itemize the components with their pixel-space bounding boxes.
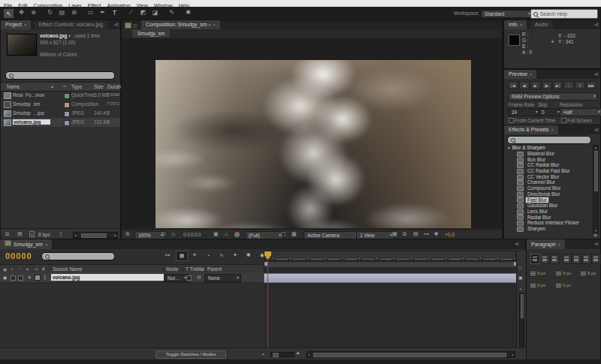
layer-eye-icon[interactable]: ◉ bbox=[3, 275, 7, 280]
footage-thumbnail[interactable] bbox=[7, 34, 37, 56]
timeline-search-input[interactable] bbox=[41, 252, 115, 260]
play-button[interactable]: ▶ bbox=[530, 81, 541, 89]
composition-viewer[interactable] bbox=[122, 38, 502, 228]
chevron-down-icon[interactable]: ▾ bbox=[209, 23, 211, 27]
effect-item[interactable]: Channel Blur bbox=[504, 179, 594, 185]
twirl-down-icon[interactable]: ▼ bbox=[507, 146, 511, 150]
project-search-input[interactable] bbox=[5, 71, 115, 80]
draft-3d-icon[interactable]: ✶ bbox=[189, 251, 200, 260]
layer-parent-dropdown[interactable]: None bbox=[204, 274, 241, 282]
frame-rate-dropdown[interactable]: 24 bbox=[508, 108, 540, 116]
skip-dropdown[interactable]: 0 bbox=[538, 108, 562, 116]
panel-menu-icon[interactable]: ▪≡ bbox=[594, 22, 599, 28]
space-after-field[interactable]: 0 px bbox=[556, 283, 571, 287]
new-folder-icon[interactable]: ▤ bbox=[17, 231, 23, 237]
layer-expand-arrow-icon[interactable]: ▶ bbox=[29, 275, 32, 279]
effect-item[interactable]: CC Vector Blur bbox=[504, 174, 594, 180]
layer-solo-checkbox[interactable] bbox=[18, 275, 23, 281]
hand-tool-icon[interactable]: ✥ bbox=[17, 9, 26, 16]
timeline-timecode[interactable]: 00000 bbox=[5, 251, 32, 260]
effect-item[interactable]: Compound Blur bbox=[504, 185, 594, 191]
tab-effect-controls[interactable]: Effect Controls: volcano.jpg bbox=[35, 20, 107, 29]
close-icon[interactable]: × bbox=[45, 242, 48, 247]
zoom-tool-icon[interactable]: ⊕ bbox=[29, 9, 38, 16]
tab-timeline-smudgy[interactable]: Smudgy_sm× bbox=[0, 239, 52, 249]
timeline-zoom-slider[interactable] bbox=[270, 352, 294, 357]
effects-group-row[interactable]: ▼ Blur & Sharpen bbox=[507, 145, 545, 150]
project-row-real-fo[interactable]: Real_Fo...mov QuickTime 3,0 MB ? 0014 ⚯ bbox=[1, 91, 120, 100]
space-before-field[interactable]: 0 px bbox=[530, 283, 545, 287]
close-icon[interactable]: × bbox=[530, 72, 533, 77]
layer-trkmat-checkbox[interactable] bbox=[186, 275, 192, 281]
live-update-icon[interactable]: ▦ bbox=[176, 251, 188, 261]
composition-mini-flowchart-icon[interactable]: ⊶ bbox=[162, 251, 173, 260]
next-frame-button[interactable]: |▶ bbox=[542, 81, 552, 89]
effects-vscrollbar[interactable]: ▲ ▼ bbox=[593, 145, 599, 233]
region-of-interest-icon[interactable]: ▢ bbox=[281, 231, 286, 237]
layer-duration-bar[interactable] bbox=[264, 273, 517, 283]
effects-search-input[interactable] bbox=[507, 136, 591, 144]
roto-brush-tool-icon[interactable]: ✎ bbox=[167, 9, 177, 16]
indent-right-field[interactable]: 0 px bbox=[581, 271, 596, 275]
effect-item[interactable]: Bilateral Blur bbox=[504, 151, 594, 157]
selection-tool-icon[interactable]: ↖ bbox=[3, 8, 14, 19]
shape-tool-icon[interactable]: ▭ bbox=[86, 9, 95, 16]
close-icon[interactable]: × bbox=[558, 242, 561, 247]
grid-options-icon[interactable]: ⊞ bbox=[125, 231, 130, 237]
motion-blur-icon[interactable]: ✦ bbox=[230, 251, 240, 260]
indent-first-line-field[interactable]: 0 px bbox=[556, 271, 571, 275]
pan-behind-tool-icon[interactable]: ⊞ bbox=[69, 9, 79, 16]
brainstorm-icon[interactable]: ✺ bbox=[243, 251, 254, 260]
panel-menu-icon[interactable]: ▪≡ bbox=[515, 241, 519, 247]
project-row-smudgy-sm[interactable]: Smudgy_sm Composition ? 0072 bbox=[1, 100, 120, 109]
tab-info[interactable]: Info× bbox=[504, 20, 527, 29]
puppet-pin-tool-icon[interactable]: ✱ bbox=[183, 9, 193, 16]
tab-audio[interactable]: Audio bbox=[530, 20, 553, 29]
effect-item[interactable]: Box Blur bbox=[504, 157, 594, 163]
label-color-chip[interactable] bbox=[64, 93, 70, 99]
time-ruler[interactable]: 0005000100001500020000250003000035000400… bbox=[264, 251, 516, 260]
timeline-button-icon[interactable]: ▤ bbox=[413, 231, 418, 237]
close-icon[interactable]: × bbox=[520, 23, 523, 27]
tab-paragraph[interactable]: Paragraph× bbox=[527, 239, 565, 249]
snapshot-icon[interactable]: ▣ bbox=[213, 231, 219, 237]
first-frame-button[interactable]: |◀ bbox=[508, 81, 518, 89]
toggle-switches-modes-button[interactable]: Toggle Switches / Modes bbox=[156, 350, 226, 359]
project-hscrollbar[interactable]: ◂ ▸ bbox=[73, 232, 118, 239]
column-name[interactable]: Name bbox=[7, 84, 20, 89]
tab-composition[interactable]: Composition: Smudgy_sm ▾× bbox=[141, 20, 220, 29]
fast-previews-icon[interactable]: ⧉ bbox=[403, 231, 406, 237]
rotation-tool-icon[interactable]: ↻ bbox=[45, 9, 55, 16]
panel-menu-icon[interactable]: ▪≡ bbox=[114, 22, 119, 28]
column-mode[interactable]: Mode bbox=[163, 266, 178, 272]
workspace-dropdown[interactable]: Standard bbox=[481, 10, 533, 18]
resolution-dropdown[interactable]: (Full) bbox=[245, 231, 283, 239]
effect-item[interactable]: Lens Blur bbox=[504, 209, 594, 215]
label-color-chip[interactable] bbox=[64, 102, 70, 108]
brush-tool-icon[interactable]: ∕ bbox=[126, 9, 136, 16]
transparency-grid-icon[interactable]: ▩ bbox=[291, 231, 297, 237]
full-screen-checkbox[interactable] bbox=[561, 118, 566, 123]
panel-menu-icon[interactable]: ▪≡ bbox=[594, 71, 599, 77]
layer-label-chip[interactable] bbox=[35, 275, 41, 281]
zoom-slider-handle[interactable] bbox=[273, 353, 279, 357]
trash-icon[interactable]: ▯ bbox=[59, 231, 62, 237]
color-depth-icon[interactable]: c bbox=[29, 231, 35, 237]
pixel-aspect-icon[interactable]: ▦ bbox=[392, 231, 397, 237]
project-row-smudgy-jpg[interactable]: Smudgy_...jpg JPEG 140 KB bbox=[1, 109, 120, 118]
audio-toggle-button[interactable]: ♪ bbox=[563, 81, 574, 89]
effect-item[interactable]: Gaussian Blur bbox=[504, 203, 594, 209]
justify-last-left-button[interactable] bbox=[562, 254, 572, 264]
close-icon[interactable]: × bbox=[551, 128, 554, 132]
effect-item[interactable]: Sharpen bbox=[504, 226, 594, 232]
tab-preview[interactable]: Preview× bbox=[504, 70, 536, 79]
justify-all-button[interactable] bbox=[591, 254, 601, 264]
align-center-button[interactable] bbox=[540, 254, 550, 264]
eraser-tool-icon[interactable]: ◪ bbox=[150, 9, 160, 16]
search-help-box[interactable]: Search Help bbox=[530, 9, 598, 19]
reset-exposure-icon[interactable]: ✺ bbox=[434, 231, 439, 237]
show-snapshot-icon[interactable]: ♨ bbox=[224, 231, 228, 237]
panel-menu-icon[interactable]: ▪≡ bbox=[594, 127, 599, 133]
frame-blending-icon[interactable]: ∿ bbox=[216, 251, 227, 260]
indent-left-field[interactable]: 0 px bbox=[530, 271, 545, 275]
